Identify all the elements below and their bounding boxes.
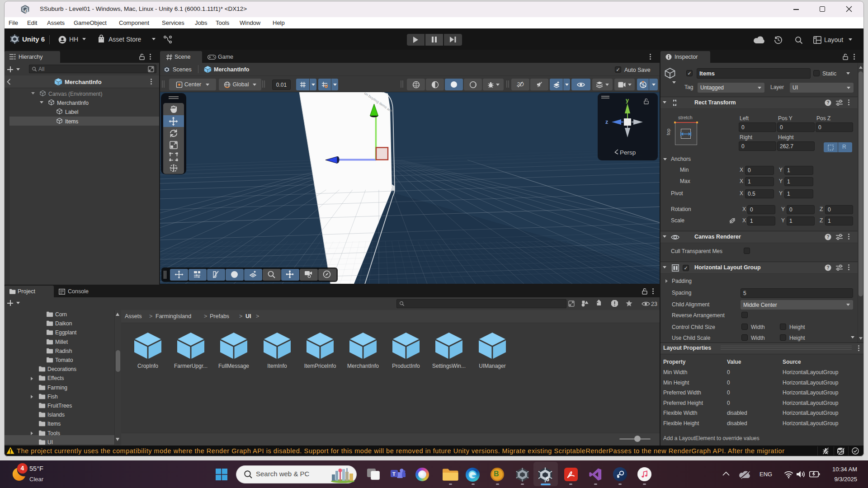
svg-text:?: ? bbox=[827, 235, 830, 239]
svg-text:?: ? bbox=[827, 100, 830, 105]
svg-text:6: 6 bbox=[546, 476, 550, 483]
svg-text:z: z bbox=[605, 119, 608, 125]
svg-text:y: y bbox=[626, 97, 629, 103]
svg-text:6: 6 bbox=[26, 9, 28, 13]
svg-text:Persp: Persp bbox=[620, 149, 636, 156]
svg-text:T: T bbox=[392, 471, 396, 477]
svg-text:?: ? bbox=[827, 265, 830, 270]
svg-text:Y: Y bbox=[303, 85, 305, 88]
